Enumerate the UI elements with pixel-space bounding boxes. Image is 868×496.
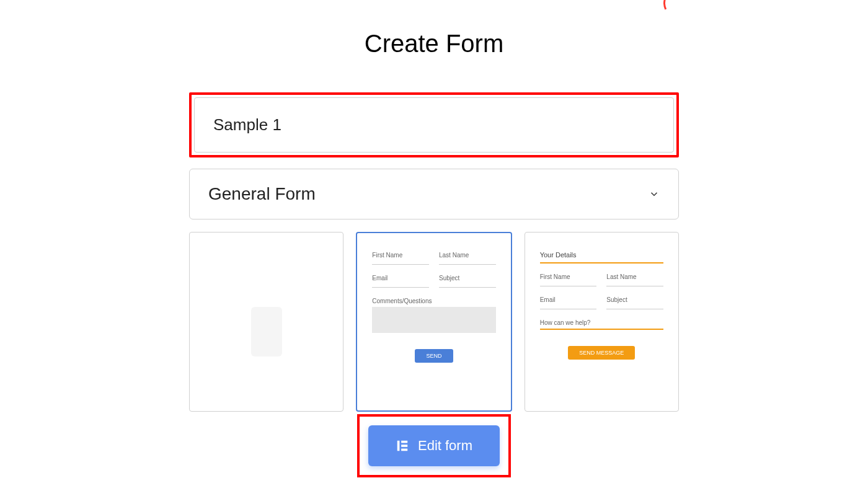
preview-label: Last Name: [439, 252, 496, 259]
page-title: Create Form: [0, 30, 868, 58]
templates-row: First Name Last Name Email Subject: [189, 232, 679, 412]
preview-header: Your Details: [540, 251, 663, 259]
preview-label: Last Name: [606, 273, 663, 280]
preview-underline: [439, 260, 496, 265]
preview-label: Subject: [606, 296, 663, 303]
preview-send-message-button: SEND MESSAGE: [568, 346, 635, 360]
form-type-label: General Form: [208, 184, 316, 204]
blank-placeholder-icon: [251, 307, 282, 356]
preview-send-button: SEND: [415, 349, 453, 363]
preview-underline: [540, 261, 663, 264]
preview-label: First Name: [372, 252, 429, 259]
form-name-highlight: Sample 1: [189, 92, 679, 157]
svg-rect-3: [401, 449, 407, 451]
preview-underline: [606, 281, 663, 286]
edit-button-label: Edit form: [418, 438, 472, 454]
preview-underline: [372, 260, 429, 265]
preview-label: First Name: [540, 273, 597, 280]
corner-accent-icon: [659, 0, 699, 23]
preview-label: Comments/Questions: [372, 298, 495, 304]
svg-rect-1: [401, 441, 407, 443]
preview-underline: [439, 283, 496, 288]
preview-textarea: [372, 307, 495, 333]
svg-rect-0: [397, 441, 400, 451]
template-card-contact[interactable]: First Name Last Name Email Subject: [356, 232, 512, 412]
chevron-down-icon: [649, 188, 660, 200]
template-card-blank[interactable]: [189, 232, 343, 412]
form-type-select[interactable]: General Form: [189, 169, 679, 219]
preview-label: Email: [540, 296, 597, 303]
preview-underline: [372, 283, 429, 288]
preview-label: Email: [372, 275, 429, 281]
preview-underline: [540, 304, 597, 309]
edit-button-highlight: Edit form: [357, 414, 511, 477]
svg-rect-2: [401, 445, 407, 447]
preview-label: Subject: [439, 275, 496, 281]
template-card-details[interactable]: Your Details First Name Last Name Em: [525, 232, 679, 412]
preview-label: How can we help?: [540, 319, 663, 326]
form-name-input[interactable]: Sample 1: [194, 97, 674, 153]
preview-underline: [606, 304, 663, 309]
preview-underline: [540, 327, 663, 330]
elementor-icon: [396, 439, 409, 453]
preview-underline: [540, 281, 597, 286]
edit-form-button[interactable]: Edit form: [368, 425, 500, 466]
